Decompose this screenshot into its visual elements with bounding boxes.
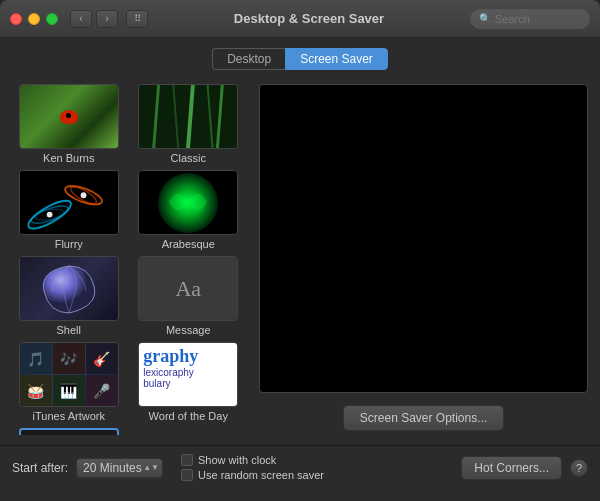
list-item[interactable]: Arabesque [132, 170, 246, 250]
classic-thumb[interactable] [138, 84, 238, 149]
hot-corners-button[interactable]: Hot Corners... [461, 456, 562, 480]
ken-burns-label: Ken Burns [43, 152, 94, 164]
svg-point-13 [80, 192, 86, 198]
preview-area: Screen Saver Options... [259, 84, 588, 435]
screen-saver-options-button[interactable]: Screen Saver Options... [343, 405, 504, 431]
arabesque-thumb[interactable] [138, 170, 238, 235]
title-bar: ‹ › ⠿ Desktop & Screen Saver 🔍 [0, 0, 600, 38]
message-label: Message [166, 324, 211, 336]
window-title: Desktop & Screen Saver [148, 11, 470, 26]
list-item[interactable]: Shell [12, 256, 126, 336]
use-random-row: Use random screen saver [181, 469, 453, 481]
start-after-select[interactable]: 20 Minutes 1 Minute 5 Minutes 10 Minutes… [76, 458, 163, 478]
show-clock-row: Show with clock [181, 454, 453, 466]
maximize-button[interactable] [46, 13, 58, 25]
start-after-wrapper[interactable]: 20 Minutes 1 Minute 5 Minutes 10 Minutes… [76, 458, 163, 478]
itunes-thumb[interactable]: 🎵 🎶 🎸 🥁 🎹 🎤 [19, 342, 119, 407]
itunes-cell: 🎸 [86, 343, 118, 374]
arabesque-preview [139, 171, 237, 234]
shell-label: Shell [57, 324, 81, 336]
tab-screen-saver[interactable]: Screen Saver [285, 48, 388, 70]
nav-buttons: ‹ › ⠿ [70, 10, 148, 28]
list-item[interactable]: Ken Burns [12, 84, 126, 164]
itunes-cell: 🥁 [20, 375, 52, 406]
search-icon: 🔍 [479, 13, 491, 24]
word-preview: graphy lexicoraphy bulary [139, 343, 237, 406]
itunes-cell: 🎶 [53, 343, 85, 374]
word-text: graphy [143, 347, 198, 367]
search-input[interactable] [495, 13, 575, 25]
forward-button[interactable]: › [96, 10, 118, 28]
tab-bar: Desktop Screen Saver [0, 38, 600, 78]
back-button[interactable]: ‹ [70, 10, 92, 28]
list-item[interactable]: Aa Message [132, 256, 246, 336]
bottom-bar: Start after: 20 Minutes 1 Minute 5 Minut… [0, 445, 600, 489]
list-item[interactable]: Flurry [12, 170, 126, 250]
list-item[interactable]: Classic [132, 84, 246, 164]
shell-preview [20, 257, 118, 320]
itunes-cell: 🎵 [20, 343, 52, 374]
classic-preview [139, 85, 237, 148]
classic-label: Classic [171, 152, 206, 164]
word-content: graphy lexicoraphy bulary [143, 347, 198, 389]
main-content: Ken Burns Classic [0, 78, 600, 445]
animatedgif-thumb[interactable]: AnimatedGif [19, 428, 119, 435]
flurry-label: Flurry [55, 238, 83, 250]
itunes-cell: 🎤 [86, 375, 118, 406]
preview-screen [259, 84, 588, 393]
ken-burns-thumb[interactable] [19, 84, 119, 149]
use-random-label: Use random screen saver [198, 469, 324, 481]
ken-burns-preview [20, 85, 118, 148]
arabesque-label: Arabesque [162, 238, 215, 250]
checkboxes-group: Show with clock Use random screen saver [171, 454, 453, 481]
flurry-thumb[interactable] [19, 170, 119, 235]
shell-thumb[interactable] [19, 256, 119, 321]
close-button[interactable] [10, 13, 22, 25]
show-clock-label: Show with clock [198, 454, 276, 466]
itunes-preview: 🎵 🎶 🎸 🥁 🎹 🎤 [20, 343, 118, 406]
word-thumb[interactable]: graphy lexicoraphy bulary [138, 342, 238, 407]
svg-point-10 [46, 212, 52, 218]
ladybug-icon [60, 110, 78, 124]
list-item[interactable]: 🎵 🎶 🎸 🥁 🎹 🎤 iTunes Artwork [12, 342, 126, 422]
tab-desktop[interactable]: Desktop [212, 48, 285, 70]
word-sub2: bulary [143, 378, 198, 389]
grid-button[interactable]: ⠿ [126, 10, 148, 28]
itunes-label: iTunes Artwork [33, 410, 105, 422]
search-box[interactable]: 🔍 [470, 9, 590, 29]
svg-rect-14 [140, 171, 237, 234]
animatedgif-preview: AnimatedGif [21, 430, 117, 435]
use-random-checkbox[interactable] [181, 469, 193, 481]
show-clock-checkbox[interactable] [181, 454, 193, 466]
word-label: Word of the Day [149, 410, 228, 422]
word-sub: lexicoraphy [143, 367, 198, 378]
message-aa: Aa [175, 276, 201, 302]
start-after-label: Start after: [12, 461, 68, 475]
message-thumb[interactable]: Aa [138, 256, 238, 321]
flurry-preview [20, 171, 118, 234]
svg-rect-6 [20, 171, 117, 234]
minimize-button[interactable] [28, 13, 40, 25]
help-button[interactable]: ? [570, 459, 588, 477]
itunes-cell: 🎹 [53, 375, 85, 406]
list-item[interactable]: graphy lexicoraphy bulary Word of the Da… [132, 342, 246, 422]
list-item[interactable]: AnimatedGif AnimatedGif [12, 428, 126, 435]
traffic-lights [10, 13, 58, 25]
message-preview: Aa [139, 257, 237, 320]
screen-saver-grid: Ken Burns Classic [12, 84, 247, 435]
